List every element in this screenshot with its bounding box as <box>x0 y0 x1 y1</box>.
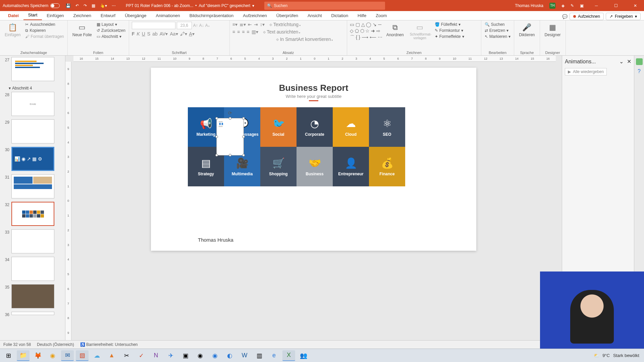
text-dir-button[interactable]: ⟐ Textrichtung▾ <box>269 22 301 27</box>
tab-datei[interactable]: Datei <box>3 11 23 20</box>
chevron-down-icon[interactable]: ⌄ <box>619 59 624 64</box>
tab-ansicht[interactable]: Ansicht <box>303 11 327 20</box>
find-button[interactable]: 🔍Suchen <box>484 22 511 27</box>
layout-button[interactable]: ▦Layout▾ <box>96 22 126 27</box>
close-pane-icon[interactable]: ✕ <box>627 59 631 64</box>
slide-canvas[interactable]: 1615141312111098765432101234567891011121… <box>65 56 562 340</box>
replace-button[interactable]: ⇄Ersetzen▾ <box>484 28 511 33</box>
tab-start[interactable]: Start <box>23 10 42 20</box>
columns-button[interactable]: ▥▾ <box>252 29 258 35</box>
user-badge[interactable]: TH <box>549 3 555 9</box>
copy-button[interactable]: ⧉Kopieren <box>24 28 64 33</box>
close-button[interactable]: ✕ <box>629 0 642 11</box>
cell-business[interactable]: 🤝Business <box>297 147 333 186</box>
thumb-35[interactable]: 35 <box>3 284 65 308</box>
italic-button[interactable]: K <box>137 31 140 37</box>
firefox-icon[interactable]: 🦊 <box>32 350 44 361</box>
todoist-icon[interactable]: ✓ <box>135 350 148 361</box>
word-icon[interactable]: W <box>238 350 251 361</box>
font-color-button[interactable]: A▾ <box>189 31 195 37</box>
slide-title[interactable]: Business Report <box>151 83 476 93</box>
font-family-select[interactable] <box>132 22 175 29</box>
tab-zoom[interactable]: Zoom <box>371 11 391 20</box>
tab-ueberpruefen[interactable]: Überprüfen <box>272 11 303 20</box>
tab-bildschirm[interactable]: Bildschirmpräsentation <box>185 11 238 20</box>
shapes-gallery[interactable]: ▭ ▢ △ ◯ ↘ ─ ◇ ⬠ ⬡ ☆ ➜ ⇨ ⌒ { } ⟶ ⟵ ⋯ <box>350 22 382 41</box>
highlight-button[interactable]: 🖍▾ <box>180 31 187 37</box>
outlook-icon[interactable]: ✉ <box>61 350 74 361</box>
bold-button[interactable]: F <box>132 31 135 37</box>
case-button[interactable]: Aa▾ <box>170 31 178 37</box>
effects-button[interactable]: ✦Formeffekte▾ <box>434 34 465 39</box>
cell-corporate[interactable]: ◔Corporate <box>297 107 333 147</box>
onenote-icon[interactable]: N <box>150 350 162 361</box>
font-size-input[interactable]: 23,6 <box>177 22 192 29</box>
rotate-handle-icon[interactable]: ⟳ <box>228 110 232 116</box>
skype-icon[interactable]: ☁ <box>91 350 103 361</box>
author-text[interactable]: Thomas Hruska <box>198 237 233 243</box>
teams-icon[interactable]: 👥 <box>297 350 310 361</box>
start-menu-button[interactable]: ⊞ <box>2 350 15 361</box>
telegram-icon[interactable]: ✈ <box>164 350 177 361</box>
shadow-button[interactable]: ab <box>152 31 158 37</box>
paste-button[interactable]: 📋Einfügen <box>3 22 22 39</box>
decrease-font-icon[interactable]: A↓ <box>199 23 204 28</box>
thumb-28[interactable]: 28Ende <box>3 92 65 116</box>
chrome-icon[interactable]: ◉ <box>46 350 59 361</box>
format-painter-button[interactable]: 🖌Format übertragen <box>24 34 64 39</box>
comments-icon[interactable]: 💬 <box>562 14 568 19</box>
slide-counter[interactable]: Folie 32 von 58 <box>3 342 31 347</box>
obs-icon[interactable]: ◉ <box>194 350 207 361</box>
snipping-icon[interactable]: ✂ <box>120 350 133 361</box>
thumb-31[interactable]: 31 <box>3 174 65 198</box>
tab-zeichnen[interactable]: Zeichnen <box>69 11 96 20</box>
undo-icon[interactable]: ↶ <box>75 3 79 8</box>
app-icon-3[interactable]: ▥ <box>253 350 266 361</box>
thumb-29[interactable]: 29 <box>3 119 65 143</box>
align-center-button[interactable]: ≡ <box>237 29 240 35</box>
excel-icon[interactable]: X <box>282 350 295 361</box>
app-icon-1[interactable]: ▣ <box>179 350 192 361</box>
file-explorer-icon[interactable]: 📁 <box>17 350 30 361</box>
touch-icon[interactable]: 👆▾ <box>100 3 107 8</box>
fill-button[interactable]: 🪣Fülleffekt▾ <box>434 22 465 27</box>
indent-button[interactable]: ⇥ <box>254 22 258 27</box>
selected-object[interactable]: ⟳ ▭▭👤👤▭▭ <box>216 118 244 156</box>
section-button[interactable]: ▭Abschnitt▾ <box>96 34 126 39</box>
tab-animationen[interactable]: Animationen <box>151 11 184 20</box>
numbering-button[interactable]: ≣▾ <box>239 22 246 27</box>
present-icon[interactable]: ▦ <box>92 3 95 8</box>
tab-dictation[interactable]: Dictation <box>327 11 353 20</box>
window-layout-icon[interactable]: ▣ <box>580 3 584 8</box>
cell-finance[interactable]: 💰Finance <box>369 147 405 186</box>
accessibility-status[interactable]: ♿ Barrierefreiheit: Untersuchen <box>80 342 138 347</box>
coming-soon-icon[interactable]: ◈ <box>561 3 565 8</box>
edge-icon[interactable]: e <box>268 350 280 361</box>
tab-entwurf[interactable]: Entwurf <box>96 11 120 20</box>
redo-icon[interactable]: ↷ <box>84 3 87 8</box>
clear-format-icon[interactable]: Aₓ <box>205 23 210 28</box>
cell-shopping[interactable]: 🛒Shopping <box>260 147 297 186</box>
slide[interactable]: Business Report Write here your great su… <box>151 68 476 251</box>
align-text-button[interactable]: ⟐ Text ausrichten▾ <box>263 29 301 35</box>
cell-seo[interactable]: ⚛SEO <box>369 107 405 147</box>
align-left-button[interactable]: ≡ <box>232 29 235 35</box>
smartart-button[interactable]: ⟐ In SmartArt konvertieren▾ <box>276 37 334 42</box>
section-header[interactable]: ▾Abschnitt 4 <box>3 84 65 92</box>
app-icon-2[interactable]: ◐ <box>223 350 236 361</box>
minimize-button[interactable]: ─ <box>590 0 603 11</box>
spacing-button[interactable]: AV▾ <box>160 31 168 37</box>
thumb-34[interactable]: 34 <box>3 257 65 281</box>
new-slide-button[interactable]: ▭Neue Folie <box>70 22 94 39</box>
align-right-button[interactable]: ≡ <box>242 29 245 35</box>
designer-strip-icon[interactable] <box>636 58 643 65</box>
tab-aufzeichnen[interactable]: Aufzeichnen <box>238 11 272 20</box>
dictate-button[interactable]: 🎤Diktieren <box>517 22 537 39</box>
line-spacing-button[interactable]: ↕▾ <box>260 22 265 27</box>
filename-area[interactable]: PPT 01 Roter Faden 006 - ab Zoom... • Au… <box>119 3 261 8</box>
qat-overflow-icon[interactable]: ⋯ <box>112 3 116 8</box>
vlc-icon[interactable]: ▲ <box>105 350 118 361</box>
user-name[interactable]: Thomas Hruska <box>515 3 543 8</box>
arrange-button[interactable]: ⧉Anordnen <box>384 22 406 39</box>
record-button[interactable]: Aufzeichnen <box>570 13 604 20</box>
